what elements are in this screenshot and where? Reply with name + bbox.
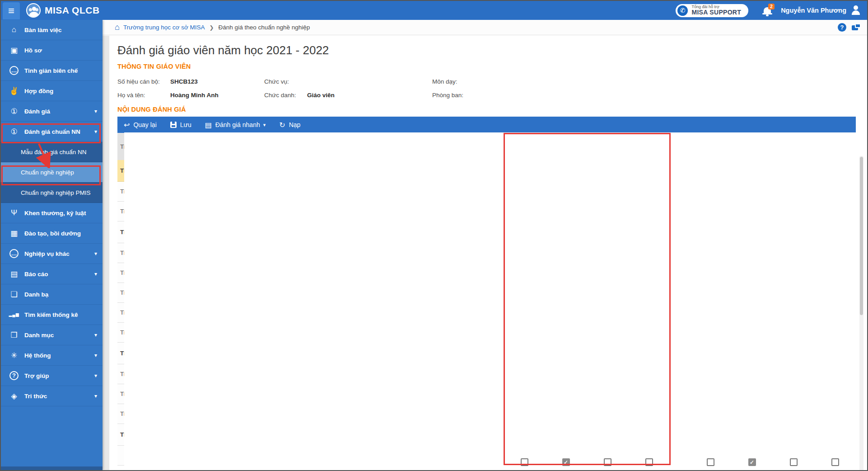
- scrollbar-thumb[interactable]: [860, 157, 863, 315]
- hamburger-icon: ≡: [8, 5, 14, 17]
- notification-badge: 2: [768, 4, 775, 9]
- breadcrumb: ⌂ Trường trung học cơ sở MISA ❯ Đánh giá…: [103, 20, 867, 35]
- user-menu[interactable]: Nguyễn Văn Phương: [781, 7, 846, 14]
- sidebar-item-b-o-c-o[interactable]: ▤Báo cáo▾: [1, 264, 103, 284]
- sidebar-item-label: Chuẩn nghề nghiệp PMIS: [21, 189, 91, 196]
- supervisor-checkbox-kh-[interactable]: [790, 458, 798, 466]
- sidebar-item-label: Đánh giá: [24, 108, 50, 115]
- sidebar-item-label: Khen thưởng, kỷ luật: [24, 210, 86, 217]
- sidebar-item-tr-gi-p[interactable]: ?Trợ giúp▾: [1, 366, 103, 386]
- sidebar-item-tinh-gi-n-bi-n-ch-[interactable]: …Tinh giản biên chế: [1, 61, 103, 81]
- info-field: Họ và tên:Hoàng Minh Anh: [117, 92, 264, 99]
- home-icon: ⌂: [8, 25, 20, 34]
- app-logo[interactable]: MISA QLCB: [26, 3, 100, 18]
- chevron-down-icon: ▾: [94, 393, 97, 399]
- page-title: Đánh giá giáo viên năm học 2021 - 2022: [117, 43, 867, 57]
- chat-icon[interactable]: [852, 24, 861, 31]
- sidebar-item-nghi-p-v-kh-c[interactable]: …Nghiệp vụ khác▾: [1, 244, 103, 264]
- self-checkbox-kh-[interactable]: [604, 458, 611, 466]
- sidebar-item--o-t-o-b-i-d-ng[interactable]: ▦Đào tạo, bồi dưỡng: [1, 223, 103, 244]
- refresh-icon: ↻: [279, 121, 285, 129]
- handshake-icon: ✌: [8, 86, 20, 96]
- chevron-down-icon: ▾: [94, 352, 97, 358]
- book-icon: ❒: [8, 330, 20, 340]
- self-checkbox-ch-a-t[interactable]: [521, 458, 528, 466]
- supervisor-checkbox-t-t[interactable]: [831, 458, 839, 466]
- chevron-down-icon: ▾: [94, 271, 97, 277]
- self-checkbox--t[interactable]: ✓: [562, 458, 570, 466]
- sidebar-item-b-n-l-m-vi-c[interactable]: ⌂Bàn làm việc: [1, 20, 103, 40]
- chevron-down-icon: ▾: [94, 372, 97, 379]
- trophy-icon: Ψ: [8, 208, 20, 217]
- sidebar-item-label: Hợp đồng: [24, 88, 53, 94]
- sidebar-item-danh-m-c[interactable]: ❒Danh mục▾: [1, 325, 103, 345]
- back-icon: ↩: [124, 121, 130, 129]
- sidebar-item-m-u-nh-gi-chu-n-nn[interactable]: Mẫu đánh giá chuẩn NN: [1, 142, 103, 162]
- medal-icon: ①: [8, 127, 20, 137]
- user-avatar-icon[interactable]: [851, 5, 861, 15]
- sidebar-item--nh-gi-[interactable]: ①Đánh giá▾: [1, 101, 103, 122]
- reload-button[interactable]: ↻ Nạp: [279, 121, 300, 129]
- sidebar-item-h-th-ng[interactable]: ✳Hệ thống▾: [1, 345, 103, 366]
- chevron-down-icon: ▾: [263, 122, 266, 128]
- home-icon[interactable]: ⌂: [115, 23, 120, 32]
- sidebar-item-chu-n-ngh-nghi-p[interactable]: Chuẩn nghề nghiệp: [1, 162, 103, 183]
- misa-support-button[interactable]: ✆ Tổng đài hỗ trợ MISA SUPPORT: [676, 4, 748, 17]
- people-icon: …: [9, 66, 19, 75]
- medal-icon: ①: [8, 107, 20, 116]
- info-label: Họ và tên:: [117, 92, 170, 99]
- chevron-down-icon: ▾: [94, 250, 97, 257]
- contacts-icon: ❏: [8, 290, 20, 299]
- info-field: Số hiệu cán bộ:SHCB123: [117, 78, 264, 85]
- breadcrumb-root-link[interactable]: Trường trung học cơ sở MISA: [123, 24, 205, 31]
- info-value: Giáo viên: [307, 92, 335, 99]
- breadcrumb-separator-icon: ❯: [210, 24, 214, 31]
- sidebar-item-label: Tinh giản biên chế: [24, 67, 78, 74]
- app-title: MISA QLCB: [45, 5, 100, 16]
- sidebar-item-label: Đào tạo, bồi dưỡng: [24, 230, 81, 237]
- table-toolbar: ↩ Quay lại Lưu ▤ Đánh giá nhanh ▾ ↻ N: [117, 117, 856, 133]
- cube-icon: ◈: [8, 391, 20, 401]
- help-icon[interactable]: ?: [838, 23, 846, 32]
- save-icon: [170, 122, 177, 128]
- sidebar-footer: [1, 466, 103, 470]
- report-icon: ▤: [8, 269, 20, 279]
- evaluation-content-header: NỘI DUNG ĐÁNH GIÁ: [117, 106, 867, 113]
- sidebar-item-label: Trợ giúp: [24, 372, 49, 379]
- self-checkbox-t-t[interactable]: [645, 458, 653, 466]
- phone-icon: ✆: [677, 5, 688, 16]
- gear-icon: ✳: [8, 351, 20, 360]
- info-label: Chức danh:: [264, 92, 307, 99]
- sidebar: ⌂Bàn làm việc▣Hồ sơ…Tinh giản biên chế✌H…: [1, 20, 103, 470]
- sidebar-item-t-m-ki-m-th-ng-k-[interactable]: ▂▄▆Tìm kiếm thống kê: [1, 305, 103, 325]
- sidebar-item-h-s-[interactable]: ▣Hồ sơ: [1, 40, 103, 61]
- save-button[interactable]: Lưu: [170, 121, 191, 128]
- sidebar-item-danh-b-[interactable]: ❏Danh bạ: [1, 284, 103, 305]
- main-area: ⌂ Trường trung học cơ sở MISA ❯ Đánh giá…: [103, 20, 867, 470]
- info-field: Chức danh:Giáo viên: [264, 92, 432, 99]
- notifications-button[interactable]: 2: [764, 7, 771, 14]
- sidebar-item-chu-n-ngh-nghi-p-pmis[interactable]: Chuẩn nghề nghiệp PMIS: [1, 183, 103, 203]
- evaluation-table-zone: ↩ Quay lại Lưu ▤ Đánh giá nhanh ▾ ↻ N: [117, 117, 856, 466]
- sidebar-item-tri-th-c[interactable]: ◈Tri thức▾: [1, 386, 103, 406]
- quick-eval-button[interactable]: ▤ Đánh giá nhanh ▾: [205, 121, 266, 129]
- sidebar-item-label: Nghiệp vụ khác: [24, 250, 70, 257]
- info-field: Chức vụ:: [264, 78, 432, 85]
- app-window: ≡ MISA QLCB ✆ Tổng đài hỗ trợ MISA SUPPO…: [0, 0, 868, 471]
- sidebar-item-label: Mẫu đánh giá chuẩn NN: [21, 149, 87, 155]
- info-field: Môn dạy:: [432, 78, 867, 85]
- sidebar-item--nh-gi-chu-n-nn[interactable]: ①Đánh giá chuẩn NN▾: [1, 122, 103, 142]
- supervisor-checkbox-ch-a-t[interactable]: [707, 458, 714, 466]
- sidebar-item-label: Hệ thống: [24, 352, 51, 359]
- chevron-down-icon: ▾: [94, 128, 97, 135]
- back-button[interactable]: ↩ Quay lại: [124, 121, 157, 129]
- sidebar-item-khen-th-ng-k-lu-t[interactable]: ΨKhen thưởng, kỷ luật: [1, 203, 103, 223]
- content: Đánh giá giáo viên năm học 2021 - 2022 T…: [109, 36, 867, 470]
- breadcrumb-current: Đánh giá theo chuẩn nghề nghiệp: [219, 24, 310, 31]
- vertical-scrollbar[interactable]: [859, 156, 863, 471]
- info-label: Phòng ban:: [432, 92, 475, 99]
- supervisor-checkbox--t[interactable]: ✓: [748, 458, 756, 466]
- info-value: SHCB123: [170, 78, 198, 85]
- hamburger-menu-button[interactable]: ≡: [3, 2, 20, 19]
- sidebar-item-h-p-ng[interactable]: ✌Hợp đồng: [1, 81, 103, 101]
